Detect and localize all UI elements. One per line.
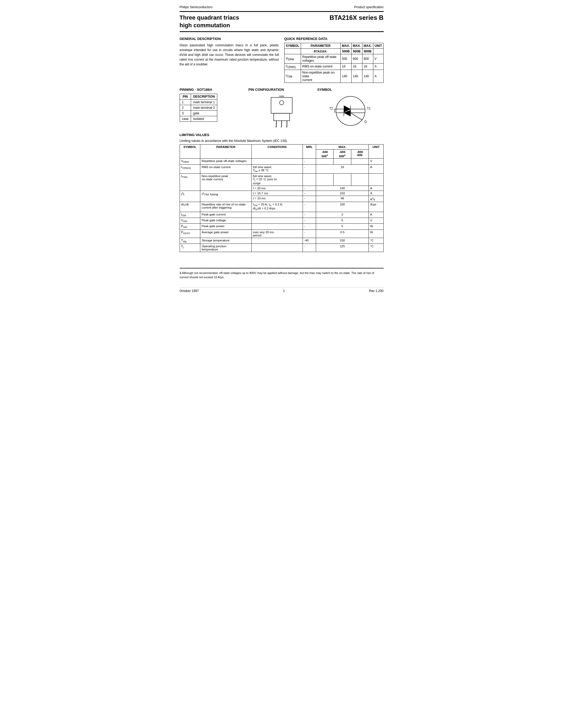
general-desc-text: Glass passivated high commutation triacs… xyxy=(180,43,279,67)
title-section: Three quadrant triacs high commutation B… xyxy=(180,11,384,32)
svg-text:T2: T2 xyxy=(329,107,333,110)
lv-row-i2t-1: I2t I2t for fusing t = 16.7 ms - 150 A xyxy=(180,191,383,196)
footnote-section: 1 Although not recommended, off-state vo… xyxy=(180,268,384,280)
pin-table: PIN DESCRIPTION 1 main terminal 1 2 main… xyxy=(180,94,217,122)
qr-col-parameter: PARAMETER xyxy=(301,43,341,49)
svg-text:T1: T1 xyxy=(367,107,371,110)
footnote-text: 1 Although not recommended, off-state vo… xyxy=(180,271,384,280)
symbol-title: SYMBOL xyxy=(318,88,384,92)
general-description: GENERAL DESCRIPTION Glass passivated hig… xyxy=(180,37,279,83)
package-diagram: case 1 2 3 xyxy=(264,94,299,128)
lv-subtitle: Limiting values in accordance with the A… xyxy=(180,139,384,143)
lv-row-vdrm: VDRM Repetitive peak off-state voltages … xyxy=(180,159,383,164)
qr-col-max1: MAX. xyxy=(341,43,351,49)
footer-date: October 1997 xyxy=(180,289,199,293)
lv-row-itsm: ITSM Non-repetitive peakon-state current… xyxy=(180,174,383,186)
footer-revision: Rev 1.200 xyxy=(369,289,384,293)
pinning-title: PINNING - SOT186A xyxy=(180,88,246,92)
pin-row-case: case isolated xyxy=(180,116,217,122)
title-right: BTA216X series B xyxy=(330,14,384,21)
pin-row-1: 1 main terminal 1 xyxy=(180,99,217,105)
pinning: PINNING - SOT186A PIN DESCRIPTION 1 main… xyxy=(180,88,246,128)
lv-row-tstg: Tstg Storage temperature -40 150 °C xyxy=(180,238,383,244)
general-desc-title: GENERAL DESCRIPTION xyxy=(180,37,279,41)
lv-row-didt: dIT/dt Repetitive rate of rise of on-sta… xyxy=(180,202,383,212)
lv-title: LIMITING VALUES xyxy=(180,133,384,137)
lv-row-pgav: PG(AV) Average gate power over any 20 ms… xyxy=(180,230,383,238)
pin-config-title: PIN CONFIGURATION xyxy=(248,88,315,92)
qr-col-symbol: SYMBOL xyxy=(284,43,301,49)
lv-row-tj: Tj Operating junctiontemperature - 125 °… xyxy=(180,244,383,252)
svg-text:G: G xyxy=(364,120,367,124)
lv-table: SYMBOL PARAMETER CONDITIONS MIN. MAX. UN… xyxy=(180,144,384,252)
svg-rect-3 xyxy=(274,113,290,121)
qr-col-max3: MAX. xyxy=(362,43,373,49)
title-left: Three quadrant triacs high commutation xyxy=(180,14,239,29)
part-number: BTA216X series B xyxy=(330,14,384,21)
svg-text:1: 1 xyxy=(275,125,276,128)
company-name: Philips Semiconductors xyxy=(180,5,213,9)
pin-col-pin: PIN xyxy=(180,94,191,99)
lv-row-pgm: PGM Peak gate power - 5 W xyxy=(180,224,383,230)
symbol-diagram: T2 T1 G xyxy=(318,94,384,128)
qr-title: QUICK REFERENCE DATA xyxy=(284,37,384,41)
footnote-line xyxy=(180,268,384,270)
quick-reference: QUICK REFERENCE DATA SYMBOL PARAMETER MA… xyxy=(284,37,384,83)
triac-symbol: T2 T1 G xyxy=(327,94,374,128)
svg-text:2: 2 xyxy=(280,125,282,128)
pin-col-desc: DESCRIPTION xyxy=(191,94,217,99)
product-title: Three quadrant triacs high commutation xyxy=(180,14,239,29)
lv-row-itrms: IT(RMS) RMS on-state current full sine w… xyxy=(180,164,383,173)
top-section: GENERAL DESCRIPTION Glass passivated hig… xyxy=(180,37,384,83)
svg-text:3: 3 xyxy=(286,125,287,128)
svg-rect-1 xyxy=(271,97,292,113)
page-footer: October 1997 1 Rev 1.200 xyxy=(180,287,384,293)
footer-page: 1 xyxy=(283,289,285,293)
svg-text:case: case xyxy=(279,95,284,97)
symbol-section: SYMBOL T2 T1 G xyxy=(318,88,384,128)
qr-row-itsm: ITSM Non-repetitive peak on-statecurrent… xyxy=(284,70,383,83)
pin-configuration: PIN CONFIGURATION case 1 2 3 xyxy=(248,88,315,128)
qr-row-itrms: IT(RMS) RMS on-state current 16 16 16 A xyxy=(284,64,383,70)
qr-col-max2: MAX. xyxy=(351,43,362,49)
doc-type: Product specification xyxy=(354,5,384,9)
pinning-section: PINNING - SOT186A PIN DESCRIPTION 1 main… xyxy=(180,88,384,128)
page-header: Philips Semiconductors Product specifica… xyxy=(180,5,384,9)
lv-row-vgm: VGM Peak gate voltage - 5 V xyxy=(180,218,383,224)
svg-point-2 xyxy=(279,101,284,105)
pin-config-drawing: case 1 2 3 xyxy=(248,94,315,128)
qr-col-unit: UNIT xyxy=(373,43,383,49)
lv-row-igm: IGM Peak gate current - 2 A xyxy=(180,212,383,218)
svg-line-22 xyxy=(351,113,363,120)
qr-table: SYMBOL PARAMETER MAX. MAX. MAX. UNIT BTA… xyxy=(284,43,384,83)
qr-row-vdrm: VDRM Repetitive peak off-statevoltages 5… xyxy=(284,54,383,64)
pin-row-3: 3 gate xyxy=(180,110,217,116)
pin-row-2: 2 main terminal 2 xyxy=(180,105,217,110)
limiting-values-section: LIMITING VALUES Limiting values in accor… xyxy=(180,133,384,252)
